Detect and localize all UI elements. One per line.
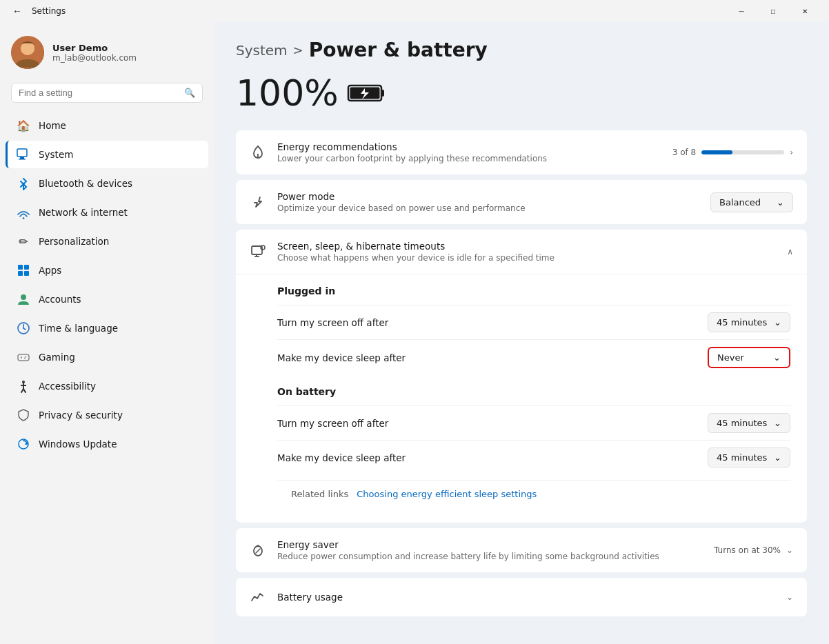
sidebar-item-label: Time & language <box>39 323 118 334</box>
svg-rect-9 <box>18 271 23 276</box>
power-mode-subtitle: Optimize your device based on power use … <box>277 203 699 213</box>
screen-off-battery-label: Turn my screen off after <box>277 418 388 429</box>
screen-off-plugged-chevron: ⌄ <box>774 317 781 328</box>
window-controls: ─ □ ✕ <box>726 0 821 22</box>
related-links: Related links Choosing energy efficient … <box>277 480 790 509</box>
sidebar-item-label: Privacy & security <box>39 410 123 421</box>
plugged-in-label: Plugged in <box>277 285 790 296</box>
svg-rect-3 <box>17 149 27 157</box>
energy-saver-title: Energy saver <box>277 539 703 550</box>
system-icon <box>17 148 30 161</box>
sleep-plugged-dropdown[interactable]: Never ⌄ <box>708 347 790 368</box>
energy-saver-value: Turns on at 30% <box>714 545 781 555</box>
sleep-battery-value: 45 minutes <box>717 452 767 463</box>
screen-off-plugged-value: 45 minutes <box>717 317 767 328</box>
minimize-button[interactable]: ─ <box>726 0 757 22</box>
time-icon <box>17 321 30 335</box>
battery-usage-chevron: ⌄ <box>786 592 793 602</box>
sidebar-item-label: Accounts <box>39 294 81 305</box>
back-button[interactable]: ← <box>8 4 26 18</box>
sidebar-item-label: System <box>39 149 73 160</box>
sidebar-item-personalization[interactable]: ✏️ Personalization <box>6 228 208 255</box>
bluetooth-icon <box>17 177 30 190</box>
sleep-plugged-label: Make my device sleep after <box>277 352 406 363</box>
energy-saver-subtitle: Reduce power consumption and increase ba… <box>277 552 703 561</box>
sleep-battery-chevron: ⌄ <box>774 452 781 463</box>
sidebar-item-network[interactable]: Network & internet <box>6 199 208 226</box>
sidebar-item-accessibility[interactable]: Accessibility <box>6 372 208 400</box>
accessibility-icon <box>17 379 30 393</box>
related-link[interactable]: Choosing energy efficient sleep settings <box>357 489 537 499</box>
screen-sleep-subtitle: Choose what happens when your device is … <box>277 253 776 263</box>
power-mode-value: Balanced <box>719 197 761 208</box>
search-box[interactable]: 🔍 <box>11 83 203 103</box>
update-icon <box>17 437 30 451</box>
power-mode-chevron-icon: ⌄ <box>777 197 784 208</box>
screen-sleep-header[interactable]: Screen, sleep, & hibernate timeouts Choo… <box>236 230 807 274</box>
screen-off-battery-chevron: ⌄ <box>774 418 781 428</box>
svg-rect-8 <box>24 265 29 270</box>
energy-saver-card: Energy saver Reduce power consumption an… <box>236 528 807 572</box>
svg-rect-10 <box>24 271 29 276</box>
sleep-battery-row: Make my device sleep after 45 minutes ⌄ <box>277 440 790 474</box>
titlebar: ← Settings ─ □ ✕ <box>0 0 829 22</box>
sidebar-item-bluetooth[interactable]: Bluetooth & devices <box>6 170 208 197</box>
on-battery-section: On battery Turn my screen off after 45 m… <box>277 386 790 474</box>
battery-usage-title: Battery usage <box>277 592 775 603</box>
maximize-button[interactable]: □ <box>757 0 789 22</box>
screen-off-battery-dropdown[interactable]: 45 minutes ⌄ <box>708 413 790 433</box>
user-profile[interactable]: User Demo m_lab@outlook.com <box>0 28 214 83</box>
sidebar-item-apps[interactable]: Apps <box>6 256 208 284</box>
screen-sleep-right: ∧ <box>787 247 793 256</box>
energy-recommendations-row[interactable]: Energy recommendations Lower your carbon… <box>236 130 807 174</box>
progress-text: 3 of 8 <box>672 148 696 157</box>
search-input[interactable] <box>19 88 179 98</box>
svg-line-24 <box>23 389 26 392</box>
battery-usage-row[interactable]: Battery usage ⌄ <box>236 578 807 616</box>
search-icon: 🔍 <box>184 88 195 98</box>
power-mode-text: Power mode Optimize your device based on… <box>277 191 699 213</box>
breadcrumb: System > Power & battery <box>236 39 807 61</box>
energy-saver-row[interactable]: Energy saver Reduce power consumption an… <box>236 528 807 572</box>
related-links-label: Related links <box>291 489 348 499</box>
battery-usage-right: ⌄ <box>786 592 793 602</box>
sleep-battery-dropdown[interactable]: 45 minutes ⌄ <box>708 447 790 467</box>
svg-rect-15 <box>18 354 29 361</box>
sidebar-item-accounts[interactable]: Accounts <box>6 285 208 313</box>
energy-saver-text: Energy saver Reduce power consumption an… <box>277 539 703 561</box>
sidebar-item-time[interactable]: Time & language <box>6 314 208 342</box>
battery-usage-card: Battery usage ⌄ <box>236 578 807 616</box>
power-mode-dropdown[interactable]: Balanced ⌄ <box>710 192 793 212</box>
profile-name: User Demo <box>52 43 137 53</box>
close-button[interactable]: ✕ <box>789 0 821 22</box>
sidebar-item-update[interactable]: Windows Update <box>6 430 208 458</box>
svg-line-14 <box>23 328 26 330</box>
power-mode-right[interactable]: Balanced ⌄ <box>710 192 793 212</box>
sidebar-item-privacy[interactable]: Privacy & security <box>6 401 208 429</box>
sidebar-item-home[interactable]: 🏠 Home <box>6 112 208 139</box>
sidebar: User Demo m_lab@outlook.com 🔍 🏠 Home Sys… <box>0 22 214 644</box>
screen-off-plugged-label: Turn my screen off after <box>277 317 388 328</box>
sleep-battery-label: Make my device sleep after <box>277 452 406 463</box>
power-mode-card: Power mode Optimize your device based on… <box>236 180 807 224</box>
energy-rec-title: Energy recommendations <box>277 141 661 152</box>
power-mode-title: Power mode <box>277 191 699 202</box>
sidebar-item-label: Personalization <box>39 236 109 247</box>
battery-icon <box>347 83 386 103</box>
screen-off-plugged-row: Turn my screen off after 45 minutes ⌄ <box>277 305 790 339</box>
battery-display: 100% <box>236 72 807 114</box>
energy-recommendations-card: Energy recommendations Lower your carbon… <box>236 130 807 174</box>
sidebar-item-gaming[interactable]: Gaming <box>6 343 208 371</box>
screen-off-plugged-dropdown[interactable]: 45 minutes ⌄ <box>708 312 790 332</box>
sidebar-item-label: Gaming <box>39 352 75 363</box>
chevron-right-icon: › <box>790 148 793 157</box>
breadcrumb-current: Power & battery <box>309 39 488 61</box>
svg-rect-5 <box>19 159 26 160</box>
personalization-icon: ✏️ <box>17 234 30 248</box>
power-mode-row[interactable]: Power mode Optimize your device based on… <box>236 180 807 224</box>
gaming-icon <box>17 350 30 364</box>
sidebar-item-label: Network & internet <box>39 207 128 218</box>
progress-fill <box>701 150 732 154</box>
privacy-icon <box>17 408 30 422</box>
sidebar-item-system[interactable]: System <box>6 141 208 168</box>
